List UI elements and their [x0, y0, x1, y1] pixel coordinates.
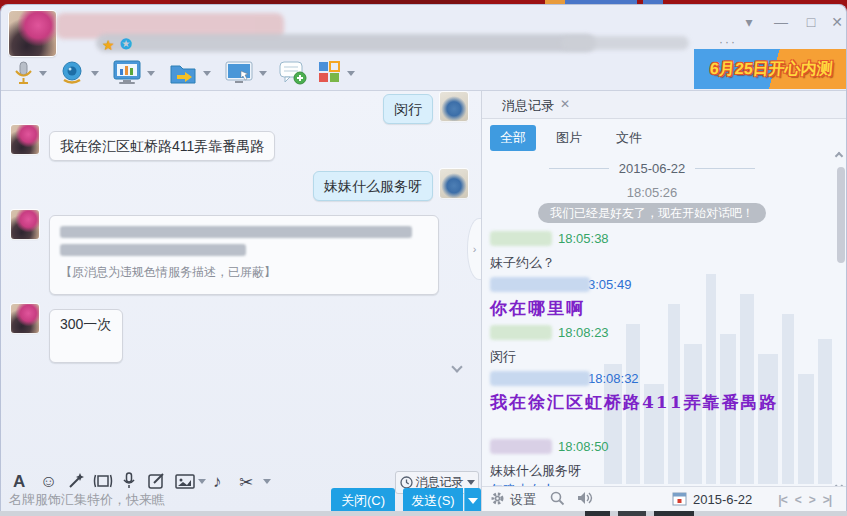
settings-gear-icon[interactable]	[490, 491, 505, 509]
settings-label[interactable]: 设置	[510, 491, 536, 509]
file-transfer-icon[interactable]	[169, 60, 197, 90]
system-message-text: 我们已经是好友了，现在开始对话吧！	[538, 203, 766, 223]
redaction-note: 【原消息为违规色情服务描述，已屏蔽】	[60, 262, 428, 282]
remote-desktop-icon[interactable]	[225, 60, 253, 90]
history-time: 18:08:32	[588, 371, 639, 386]
contact-avatar[interactable]	[11, 304, 39, 333]
send-button[interactable]: 发送(S)	[403, 488, 463, 511]
remote-desktop-dropdown-icon[interactable]	[259, 71, 267, 76]
date-divider: 2015-06-22	[482, 161, 822, 176]
emoticon-icon[interactable]: ☺	[40, 472, 57, 492]
taskbar-peek-strip	[0, 511, 847, 516]
chat-scroll-down-icon[interactable]	[451, 361, 462, 372]
taskbar-item	[618, 511, 646, 516]
prev-page-icon[interactable]: <	[791, 493, 805, 507]
skyline-watermark	[604, 244, 834, 484]
history-message-purple: 你在哪里啊	[490, 297, 820, 320]
app-box-dropdown-icon[interactable]	[347, 71, 355, 76]
message-text: 我在徐汇区虹桥路411弄靠番禺路	[60, 138, 264, 154]
font-style-icon[interactable]: A	[13, 472, 25, 492]
history-time: 18:08:50	[558, 439, 609, 454]
send-options-button[interactable]	[464, 488, 481, 511]
window-menu-icon[interactable]: ▾	[737, 13, 761, 31]
redacted-sender-name	[490, 371, 590, 386]
redacted-signature	[96, 34, 596, 52]
close-icon[interactable]: ✕	[825, 13, 847, 31]
video-call-icon[interactable]	[59, 60, 85, 90]
redacted-sender-name	[490, 439, 552, 454]
redacted-sender-name	[490, 231, 552, 246]
vip-star-icon[interactable]: ★	[102, 37, 115, 53]
scrollbar-thumb[interactable]	[837, 167, 845, 263]
history-timestamp: 18:05:26	[482, 185, 822, 200]
history-bottom-bar: 设置 2015-6-22 |< < > >|	[482, 486, 847, 511]
ad-link[interactable]: 名牌服饰汇集特价，快来瞧	[9, 491, 165, 509]
message-text: 闵行	[394, 101, 422, 117]
speaker-icon[interactable]	[577, 491, 594, 508]
banner-text: 开心内测	[768, 60, 833, 77]
screenshot-dropdown-icon[interactable]	[263, 479, 271, 484]
taskbar-item	[654, 511, 694, 516]
tab-message-history[interactable]: 消息记录	[502, 97, 554, 115]
redacted-sender-name	[490, 325, 552, 340]
close-button[interactable]: 关闭(C)	[331, 488, 395, 511]
video-call-dropdown-icon[interactable]	[91, 71, 99, 76]
history-time: 3:05:49	[588, 277, 631, 292]
history-sender-row: 18:08:50	[490, 439, 609, 454]
create-group-chat-icon[interactable]	[279, 60, 307, 90]
filter-tab-files[interactable]: 文件	[606, 125, 652, 151]
promo-banner[interactable]: 6月25日开心内测	[694, 49, 847, 89]
history-sender-row: 3:05:49	[490, 277, 631, 292]
self-avatar[interactable]	[440, 92, 468, 121]
first-page-icon[interactable]: |<	[774, 493, 790, 507]
history-time: 18:08:23	[558, 325, 609, 340]
history-sender-row: 18:08:23	[490, 325, 609, 340]
send-button-label: 发送(S)	[411, 492, 454, 510]
screenshot-scissors-icon[interactable]: ✂	[239, 472, 253, 493]
redaction-bar	[60, 226, 412, 238]
history-date[interactable]: 2015-6-22	[693, 492, 752, 507]
last-page-icon[interactable]: >|	[819, 493, 835, 507]
history-tab-strip: 消息记录 ✕	[482, 91, 847, 119]
history-message: 妹子约么？	[490, 254, 555, 272]
history-scrollbar[interactable]	[836, 153, 846, 493]
minimize-icon[interactable]: —	[769, 13, 793, 31]
qzone-icon[interactable]: ✪	[120, 36, 132, 52]
redacted-sender-name	[490, 277, 590, 292]
screen-chart-dropdown-icon[interactable]	[147, 71, 155, 76]
message-text: 妹妹什么服务呀	[324, 178, 422, 194]
history-message: 闵行	[490, 348, 516, 366]
file-transfer-dropdown-icon[interactable]	[203, 71, 211, 76]
contact-avatar[interactable]	[9, 11, 56, 56]
taskbar-item	[585, 511, 610, 516]
redacted-signature	[561, 36, 689, 50]
ellipsis-text: ···	[719, 35, 737, 49]
chat-bubble-outgoing: 妹妹什么服务呀	[313, 171, 433, 201]
filter-tab-all[interactable]: 全部	[490, 125, 536, 151]
history-message-purple: 我在徐汇区虹桥路411弄靠番禺路	[490, 391, 820, 414]
contact-avatar[interactable]	[11, 210, 39, 239]
chat-bubble-incoming-redacted: 【原消息为违规色情服务描述，已屏蔽】	[49, 215, 439, 295]
search-icon[interactable]	[550, 491, 565, 509]
music-icon[interactable]: ♪	[213, 472, 222, 492]
screen-chart-icon[interactable]	[113, 60, 141, 90]
self-avatar[interactable]	[440, 169, 468, 198]
app-box-icon[interactable]	[317, 60, 341, 88]
qq-chat-window: ··· ★ ✪ ▾ — □ ✕ 6月25日开心内测	[0, 4, 847, 511]
next-page-icon[interactable]: >	[805, 493, 819, 507]
send-dropdown-icon	[468, 498, 478, 504]
maximize-icon[interactable]: □	[799, 13, 823, 31]
tab-close-icon[interactable]: ✕	[560, 97, 570, 111]
send-image-dropdown-icon[interactable]	[198, 479, 206, 484]
send-image-icon[interactable]	[175, 472, 195, 495]
banner-date: 6月25日	[709, 60, 769, 77]
chat-bubble-outgoing: 闵行	[383, 94, 433, 124]
history-message: 妹妹什么服务呀	[490, 462, 581, 480]
redaction-bar	[60, 244, 246, 256]
contact-avatar[interactable]	[11, 125, 39, 154]
calendar-icon[interactable]	[672, 491, 687, 509]
voice-call-dropdown-icon[interactable]	[39, 71, 47, 76]
filter-tab-images[interactable]: 图片	[546, 125, 592, 151]
scrollbar-up-icon[interactable]	[835, 152, 843, 160]
voice-call-icon[interactable]	[11, 60, 35, 90]
